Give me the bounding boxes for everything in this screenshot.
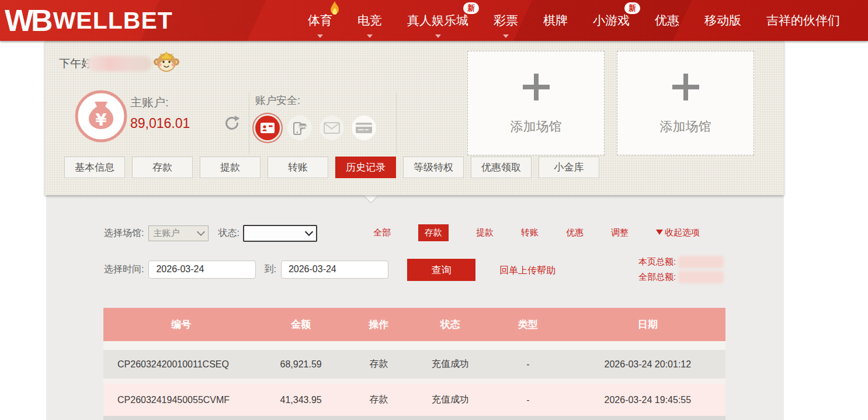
nav-item-label: 彩票 xyxy=(494,12,518,29)
add-venue-card[interactable]: 添加场馆 xyxy=(467,51,605,155)
history-type-filters: 全部存款提款转账优惠调整收起选项 xyxy=(373,223,700,242)
collapse-options[interactable]: 收起选项 xyxy=(656,227,700,238)
nav-item-label: 优惠 xyxy=(655,12,679,29)
account-tab[interactable]: 转账 xyxy=(268,157,328,178)
history-table: 编号金额操作状态类型日期 CP26032420010011CSEQ 68,921… xyxy=(103,308,725,420)
mail-icon[interactable] xyxy=(320,116,344,140)
top-navbar: WB WELLBET 体育 电竞 真人娱乐城 新 彩票 棋牌 xyxy=(0,0,868,41)
history-type-filter[interactable]: 转账 xyxy=(521,227,539,238)
bank-card-icon[interactable] xyxy=(352,116,376,140)
page-total-label: 本页总额: xyxy=(638,256,676,268)
table-header-cell: 类型 xyxy=(486,318,570,331)
logo-text: WELLBET xyxy=(53,7,173,34)
collapse-options-label: 收起选项 xyxy=(665,227,700,238)
venue-select-value: 主账户 xyxy=(153,228,179,239)
flame-icon xyxy=(329,1,341,16)
nav-item[interactable]: 电竞 xyxy=(357,0,382,41)
account-panel: 下午好 ¥ xyxy=(45,41,784,195)
logo-mark: WB xyxy=(5,5,53,36)
history-type-filter[interactable]: 全部 xyxy=(373,227,391,238)
wellbet-logo[interactable]: WB WELLBET xyxy=(5,0,173,41)
username-blurred xyxy=(86,56,152,71)
cell-amount: 68,921.59 xyxy=(259,359,343,370)
nav-item-label: 吉祥的伙伴们 xyxy=(766,12,840,29)
all-total-label: 全部总额: xyxy=(638,272,676,283)
time-filter-label: 选择时间: xyxy=(104,263,144,276)
table-header-cell: 金额 xyxy=(259,318,343,331)
date-to-input[interactable] xyxy=(281,261,388,279)
status-filter-label: 状态: xyxy=(218,227,239,239)
svg-text:¥: ¥ xyxy=(95,110,107,130)
refresh-balance-icon[interactable] xyxy=(223,114,241,132)
date-from-input[interactable] xyxy=(148,261,256,279)
nav-item[interactable]: 吉祥的伙伴们 xyxy=(766,0,840,41)
money-bag-icon: ¥ xyxy=(74,89,128,145)
totals: 本页总额: 全部总额: xyxy=(638,256,724,283)
cell-type: - xyxy=(486,359,570,370)
new-badge: 新 xyxy=(463,2,479,14)
account-tab[interactable]: 等级特权 xyxy=(403,157,464,178)
main-nav: 体育 电竞 真人娱乐城 新 彩票 棋牌 小游戏 新 优惠 移动版 xyxy=(308,0,840,41)
nav-item[interactable]: 小游戏 新 xyxy=(593,0,630,41)
plus-icon xyxy=(523,74,550,100)
nav-item-label: 真人娱乐城 xyxy=(407,12,468,29)
table-header-cell: 操作 xyxy=(343,318,414,331)
nav-item-label: 棋牌 xyxy=(543,12,568,29)
table-header-cell: 日期 xyxy=(570,318,725,331)
venue-select[interactable]: 主账户 xyxy=(148,225,209,241)
id-card-icon[interactable] xyxy=(255,116,280,140)
page-total-value-blurred xyxy=(678,256,724,268)
history-type-filter[interactable]: 调整 xyxy=(611,227,629,238)
cell-date: 2026-03-24 20:01:12 xyxy=(570,359,725,370)
greeting: 下午好 xyxy=(59,50,180,77)
account-tab[interactable]: 提款 xyxy=(200,157,261,178)
all-total-value-blurred xyxy=(678,271,724,283)
security-icons: SMS xyxy=(255,116,376,140)
nav-item-label: 电竞 xyxy=(357,12,382,29)
chevron-down-icon xyxy=(197,228,205,236)
query-button[interactable]: 查询 xyxy=(407,259,475,281)
history-type-filter[interactable]: 提款 xyxy=(476,227,494,238)
history-type-filter[interactable]: 优惠 xyxy=(566,227,584,238)
new-badge: 新 xyxy=(624,2,640,14)
cell-operation: 存款 xyxy=(343,394,414,406)
to-label: 到: xyxy=(264,263,276,276)
svg-text:SMS: SMS xyxy=(299,125,307,129)
nav-item[interactable]: 移动版 xyxy=(704,0,741,41)
table-row: CP26032420010011CSEQ 68,921.59 存款 充值成功 -… xyxy=(103,350,725,379)
sms-icon[interactable]: SMS xyxy=(287,116,312,140)
nav-item[interactable]: 体育 xyxy=(308,0,332,41)
account-tab[interactable]: 优惠领取 xyxy=(471,157,532,178)
receipt-upload-help-link[interactable]: 回单上传帮助 xyxy=(499,265,555,277)
cell-id: CP26032419450055CVMF xyxy=(103,395,259,405)
account-security-label: 账户安全: xyxy=(255,93,376,107)
nav-item[interactable]: 棋牌 xyxy=(543,0,568,41)
cell-id: CP26032420010011CSEQ xyxy=(103,359,259,370)
cell-operation: 存款 xyxy=(343,358,414,370)
nav-item-label: 小游戏 xyxy=(593,12,630,29)
history-section: 选择场馆: 主账户 状态: 全部存款提款转账优惠调整收起选项 选择时间: 到: … xyxy=(46,195,784,420)
chevron-down-icon xyxy=(367,34,373,38)
add-venue-label: 添加场馆 xyxy=(511,118,562,136)
history-type-filter[interactable]: 存款 xyxy=(418,224,449,241)
account-tabs: 基本信息存款提款转账历史记录等级特权优惠领取小金库 xyxy=(64,157,599,178)
nav-item[interactable]: 真人娱乐城 新 xyxy=(407,0,468,41)
account-tab[interactable]: 存款 xyxy=(132,157,193,178)
account-tab[interactable]: 基本信息 xyxy=(64,157,125,178)
add-venue-card[interactable]: 添加场馆 xyxy=(617,51,754,155)
status-select[interactable] xyxy=(243,225,317,242)
cell-type: - xyxy=(486,395,570,405)
triangle-down-icon xyxy=(656,230,663,235)
main-account-balance: 89,016.01 xyxy=(130,116,190,131)
divider xyxy=(249,92,249,154)
table-gap xyxy=(103,341,725,350)
plus-icon xyxy=(672,74,699,100)
page: WB WELLBET 体育 电竞 真人娱乐城 新 彩票 棋牌 xyxy=(0,0,868,420)
divider xyxy=(396,92,397,154)
cell-date: 2026-03-24 19:45:55 xyxy=(570,395,725,405)
account-tab[interactable]: 小金库 xyxy=(539,157,599,178)
nav-item[interactable]: 优惠 xyxy=(655,0,679,41)
cell-status: 充值成功 xyxy=(414,394,485,406)
account-tab[interactable]: 历史记录 xyxy=(335,157,396,178)
nav-item[interactable]: 彩票 xyxy=(494,0,518,41)
